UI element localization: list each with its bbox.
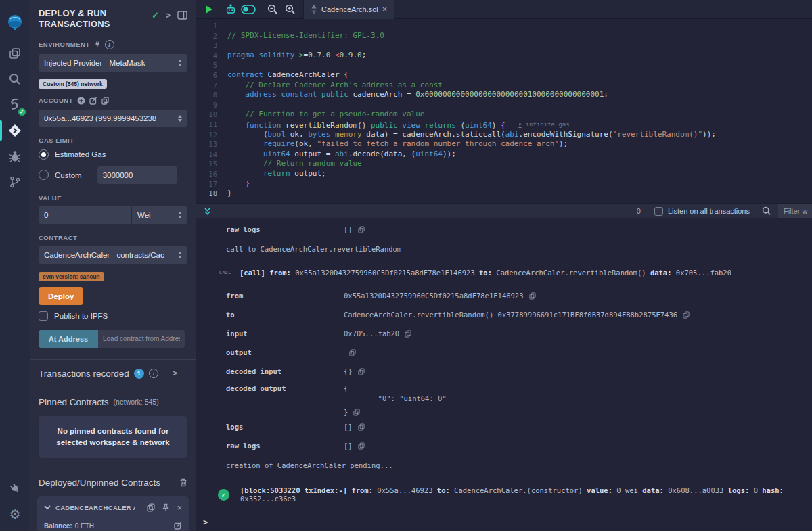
network-badge: Custom (545) network — [39, 79, 107, 89]
search-icon — [8, 72, 22, 86]
code-line[interactable]: 18} — [196, 189, 812, 199]
deploy-run-button[interactable] — [0, 118, 30, 143]
copy-icon[interactable] — [683, 311, 690, 319]
code-line[interactable]: 1 — [196, 21, 812, 31]
value-label: VALUE — [39, 194, 62, 202]
code-line[interactable]: 3 — [196, 41, 812, 51]
terminal-filter-input[interactable] — [778, 204, 812, 219]
copy-icon[interactable] — [358, 226, 365, 233]
code-token: ; — [362, 51, 367, 60]
code-editor[interactable]: 12// SPDX-License-Identifier: GPL-3.034p… — [196, 19, 812, 203]
terminal-collapse-icon[interactable] — [203, 207, 212, 216]
terminal-row-label: output — [226, 348, 344, 356]
tab-cadencearch-sol[interactable]: CadenceArch.sol × — [303, 0, 394, 19]
copy-icon[interactable] — [349, 349, 356, 356]
copy-address-icon[interactable] — [147, 503, 155, 512]
zoom-out-icon — [267, 4, 278, 15]
ai-copilot-button[interactable] — [222, 0, 240, 19]
solidity-compiler-button[interactable]: ✓ — [0, 92, 30, 118]
zoom-in-button[interactable] — [281, 0, 299, 19]
code-line[interactable]: 4pragma solidity >=0.7.0 <0.9.0; — [196, 51, 812, 61]
copy-icon[interactable] — [353, 409, 360, 416]
code-text: address constant public cadenceArch = 0x… — [227, 90, 608, 100]
listen-all-checkbox[interactable] — [654, 207, 663, 216]
copy-account-icon[interactable] — [102, 97, 109, 105]
debugger-button[interactable] — [0, 143, 30, 169]
code-text: // Return random value — [227, 159, 362, 169]
code-token: data: — [650, 269, 672, 277]
custom-gas-radio[interactable] — [39, 170, 49, 180]
terminal-search-button[interactable] — [761, 203, 773, 218]
at-address-input[interactable] — [98, 330, 185, 348]
plugin-manager-button[interactable] — [0, 476, 30, 501]
trash-icon[interactable] — [179, 478, 187, 487]
debugger-bug-icon — [8, 149, 22, 163]
chevron-down-icon[interactable] — [44, 505, 51, 510]
at-address-button[interactable]: At Address — [39, 330, 98, 348]
file-explorer-button[interactable] — [0, 41, 30, 66]
search-button[interactable] — [0, 66, 30, 92]
terminal[interactable]: raw logs[]call to CadenceArchCaler.rever… — [196, 218, 812, 531]
transactions-expand-chevron[interactable]: > — [173, 369, 177, 378]
copy-icon[interactable] — [358, 442, 365, 450]
terminal-multiline-row: decoded output{ "0": "uint64: 0"} — [196, 384, 812, 416]
copy-icon[interactable] — [405, 330, 411, 338]
zoom-out-button[interactable] — [264, 0, 281, 19]
copy-icon[interactable] — [358, 368, 365, 375]
code-line[interactable]: 13 require(ok, "failed to fetch a random… — [196, 139, 812, 149]
tab-close-icon[interactable]: × — [382, 5, 388, 14]
environment-select[interactable]: Injected Provider - MetaMask — [39, 54, 187, 72]
code-line[interactable]: 15 // Return random value — [196, 159, 812, 169]
code-token: 0.9.0 — [340, 51, 362, 60]
code-line[interactable]: 6contract CadenceArchCaler { — [196, 70, 812, 80]
collapse-chevron-icon[interactable]: > — [166, 11, 171, 20]
transactions-info-icon[interactable]: i — [149, 369, 158, 378]
terminal-row-label: raw logs — [226, 225, 344, 233]
code-line[interactable]: 2// SPDX-License-Identifier: GPL-3.0 — [196, 31, 812, 41]
environment-info-icon[interactable]: i — [105, 40, 114, 49]
value-input[interactable]: 0 — [39, 206, 132, 224]
publish-ipfs-checkbox[interactable] — [39, 311, 48, 321]
copilot-toggle[interactable] — [240, 0, 257, 19]
terminal-prompt[interactable]: > — [203, 517, 208, 527]
copy-icon[interactable] — [529, 292, 536, 300]
code-line[interactable]: 10 // Function to get a pseudo-random va… — [196, 110, 812, 120]
code-line[interactable]: 8 address constant public cadenceArch = … — [196, 90, 812, 100]
code-line[interactable]: 16 return output; — [196, 169, 812, 179]
copy-icon[interactable] — [358, 423, 365, 431]
code-line[interactable]: 5 — [196, 60, 812, 70]
balance-value: 0 ETH — [75, 522, 94, 530]
pin-panel-icon[interactable] — [177, 11, 187, 20]
code-token: ; — [604, 90, 608, 99]
code-line[interactable]: 11 function revertibleRandom() public vi… — [196, 120, 812, 130]
terminal-header: 0 Listen on all transactions — [196, 203, 812, 218]
settings-button[interactable]: ⚙ — [0, 501, 30, 527]
add-account-icon[interactable] — [77, 97, 85, 105]
pin-contract-icon[interactable] — [162, 503, 170, 512]
value-unit-select[interactable]: Wei — [132, 206, 187, 224]
git-button[interactable] — [0, 169, 30, 195]
toggle-on-icon — [241, 5, 256, 14]
contract-select[interactable]: CadenceArchCaler - contracts/Cac — [39, 246, 187, 264]
custom-gas-input[interactable]: 3000000 — [97, 166, 177, 184]
code-line[interactable]: 9 — [196, 100, 812, 110]
code-token: } — [246, 179, 250, 188]
gas-limit-label: GAS LIMIT — [39, 137, 74, 144]
code-line[interactable]: 14 uint64 output = abi.decode(data, (uin… — [196, 149, 812, 160]
account-select[interactable]: 0x55a...46923 (999.9999453238 — [39, 110, 187, 127]
run-script-button[interactable] — [200, 0, 218, 19]
block-summary[interactable]: [block:5033220 txIndex:-] from: 0x55a...… — [240, 486, 812, 503]
code-text: } — [227, 179, 250, 189]
estimated-gas-radio[interactable] — [39, 149, 49, 160]
code-token — [330, 51, 335, 60]
call-summary[interactable]: [call] from: 0x55a1320D432759960C5Df0215… — [240, 269, 731, 277]
code-line[interactable]: 17 } — [196, 179, 812, 189]
remix-logo[interactable] — [0, 5, 30, 41]
edit-balance-icon[interactable] — [174, 522, 182, 530]
code-token: uint64 — [415, 149, 443, 158]
code-line[interactable]: 7 // Declare Cadence Arch's address as a… — [196, 80, 812, 91]
deploy-button[interactable]: Deploy — [39, 287, 83, 305]
edit-account-icon[interactable] — [89, 97, 97, 105]
code-line[interactable]: 12 (bool ok, bytes memory data) = cadenc… — [196, 130, 812, 140]
remove-contract-icon[interactable]: × — [177, 503, 182, 513]
